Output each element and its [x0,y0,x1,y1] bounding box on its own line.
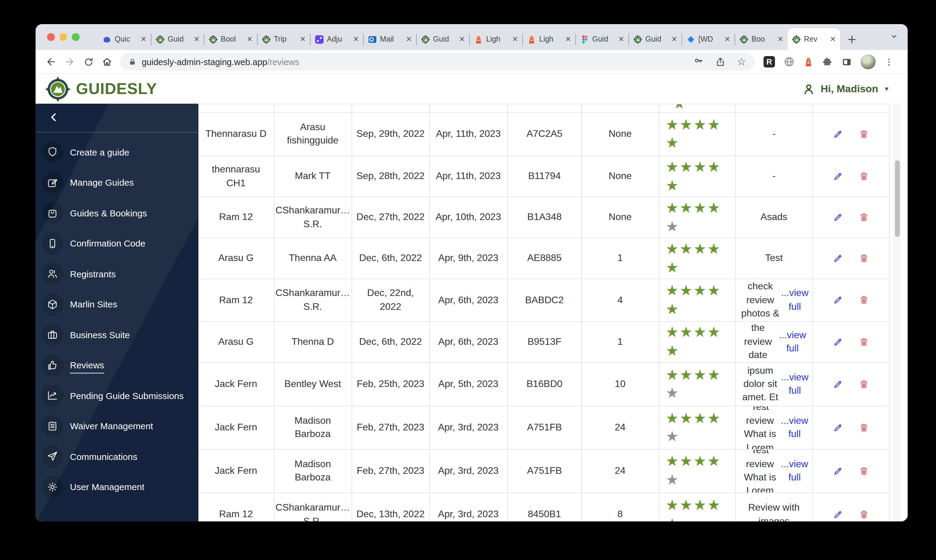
close-tab-icon[interactable]: ✕ [406,35,412,43]
browser-tab-mail-5[interactable]: Mail✕ [364,28,416,50]
bookmark-star-icon[interactable]: ☆ [737,57,746,67]
delete-review-button[interactable] [859,129,869,139]
scrollbar-thumb[interactable] [895,160,899,237]
tab-search-chevron-icon[interactable] [890,32,898,40]
close-tab-icon[interactable]: ✕ [565,35,571,43]
browser-tab-ligh-8[interactable]: Ligh✕ [523,28,575,50]
edit-review-button[interactable] [833,171,843,182]
globe-extension-icon[interactable] [784,56,795,68]
sidebar-item-user-management[interactable]: User Management [35,472,199,502]
sidebar-item-registrants[interactable]: Registrants [35,258,199,289]
view-full-link[interactable]: ...view full [776,328,808,355]
browser-tab-adju-4[interactable]: Adju✕ [311,28,363,50]
edit-review-button[interactable] [833,337,843,347]
scrollbar-track[interactable] [893,104,901,522]
cell-col6: 1 [582,322,659,362]
delete-review-button[interactable] [859,212,869,222]
browser-tab-quic-0[interactable]: Quic✕ [98,28,151,50]
browser-tab-guid-9[interactable]: Guid✕ [576,28,628,50]
sidebar-item-business-suite[interactable]: Business Suite [35,320,199,350]
sidebar-item-communications[interactable]: Communications [35,441,199,472]
minimize-window-icon[interactable] [59,33,67,41]
delete-review-button[interactable] [859,295,869,305]
back-icon[interactable] [42,56,60,68]
close-tab-icon[interactable]: ✕ [140,35,146,43]
sidebar-item-guides-bookings[interactable]: Guides & Bookings [35,198,199,228]
close-tab-icon[interactable]: ✕ [300,35,306,43]
browser-tab-boo-12[interactable]: Boo✕ [735,28,788,50]
browser-tab-trip-3[interactable]: Trip✕ [257,28,310,50]
tab-label: Quic [115,35,137,43]
edit-review-button[interactable] [833,509,843,520]
close-tab-icon[interactable]: ✕ [194,35,200,43]
browser-tab-guid-1[interactable]: Guid✕ [151,28,204,50]
edit-review-button[interactable] [833,423,843,433]
close-window-icon[interactable] [47,33,55,41]
box-icon [42,294,63,315]
close-tab-icon[interactable]: ✕ [618,35,624,43]
side-panel-icon[interactable] [841,56,852,67]
browser-tab-guid-10[interactable]: Guid✕ [629,28,682,50]
home-icon[interactable] [98,56,116,68]
edit-review-button[interactable] [833,212,843,222]
view-full-link[interactable]: ...view full [781,287,808,314]
puzzle-extensions-icon[interactable] [822,56,833,67]
edit-review-button[interactable] [833,253,843,263]
profile-avatar[interactable] [861,54,876,69]
sidebar-item-create-a-guide[interactable]: Create a guide [35,137,199,167]
sidebar-item-pending-guide-submissions[interactable]: Pending Guide Submissions [35,380,199,411]
delete-review-button[interactable] [859,379,869,389]
close-tab-icon[interactable]: ✕ [353,35,359,43]
cell-col1: Jack Fern [199,449,274,492]
share-icon[interactable] [715,57,725,67]
sidebar-collapse-icon[interactable] [48,112,60,123]
view-full-link[interactable]: ...view full [781,414,808,441]
cell-text: Arasu fishingguide [287,120,339,148]
delete-review-button[interactable] [859,171,869,182]
star-icon: ★★★★★ [666,158,721,193]
delete-review-button[interactable] [859,466,869,476]
browser-tab-wd-11[interactable]: [WD✕ [682,28,734,50]
edit-review-button[interactable] [833,379,843,389]
delete-review-button[interactable] [859,509,869,520]
table-row: Arasu GThenna AADec, 6th, 2022Apr, 9th, … [199,238,890,279]
forward-icon[interactable] [60,56,79,68]
reload-icon[interactable] [79,56,98,67]
view-full-link[interactable]: ...view full [781,371,808,398]
sidebar-item-confirmation-code[interactable]: Confirmation Code [35,228,199,258]
browser-tab-ligh-7[interactable]: Ligh✕ [470,28,522,50]
cell-text: 4 [617,293,623,307]
address-bar[interactable]: guidesly-admin-staging.web.app/reviews ☆ [120,53,754,71]
close-tab-icon[interactable]: ✕ [777,35,784,43]
edit-review-button[interactable] [833,466,843,476]
sidebar-item-marlin-sites[interactable]: Marlin Sites [35,289,199,320]
delete-review-button[interactable] [859,423,869,433]
edit-review-button[interactable] [833,129,843,139]
close-tab-icon[interactable]: ✕ [247,35,253,43]
cell-col5: B11794 [508,156,582,197]
extension-r-icon[interactable]: R [764,56,775,68]
close-tab-icon[interactable]: ✕ [830,35,836,43]
view-full-link[interactable]: ...view full [781,457,808,485]
zoom-window-icon[interactable] [72,33,79,41]
user-menu[interactable]: Hi, Madison ▼ [802,82,890,95]
delete-review-button[interactable] [859,253,869,263]
cell-col1: Jack Fern [199,406,274,449]
browser-tab-guid-6[interactable]: Guid✕ [417,28,469,50]
browser-tab-bool-2[interactable]: Bool✕ [205,28,257,50]
edit-review-button[interactable] [833,295,843,305]
close-tab-icon[interactable]: ✕ [671,35,677,43]
new-tab-icon[interactable] [846,34,857,45]
sidebar-item-waiver-management[interactable]: Waiver Management [35,411,199,441]
close-tab-icon[interactable]: ✕ [512,35,518,43]
delete-review-button[interactable] [859,337,869,347]
cell-text: None [608,211,632,224]
lighthouse-extension-icon[interactable] [803,57,814,67]
close-tab-icon[interactable]: ✕ [724,35,730,43]
browser-menu-kebab-icon[interactable] [884,57,894,67]
browser-tab-rev-13[interactable]: Rev✕ [788,28,840,50]
sidebar-item-manage-guides[interactable]: Manage Guides [35,167,199,198]
sidebar-item-reviews[interactable]: Reviews [35,350,199,380]
close-tab-icon[interactable]: ✕ [459,35,465,43]
password-key-icon[interactable] [694,57,704,67]
